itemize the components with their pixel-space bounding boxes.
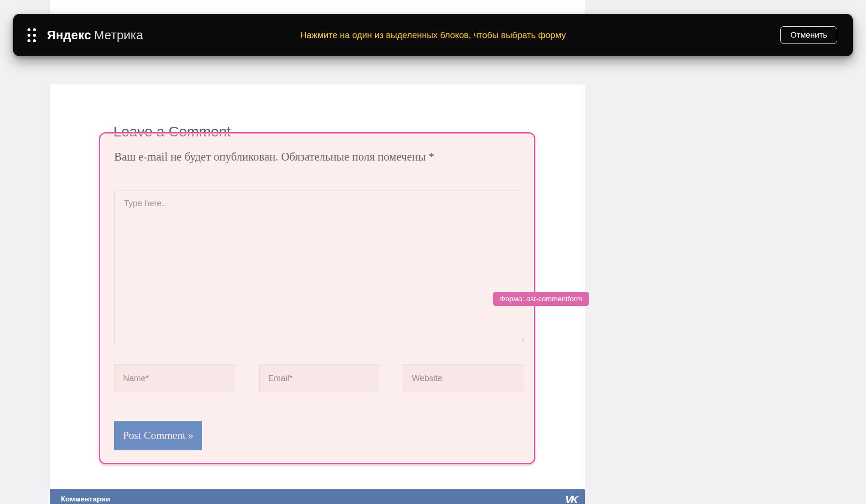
logo-secondary: Метрика (94, 28, 143, 42)
form-name-badge: Форма: ast-commentform (493, 292, 589, 306)
metrika-selector-bar: ЯндексМетрика Нажмите на один из выделен… (13, 14, 853, 56)
selector-instruction-message: Нажмите на один из выделенных блоков, чт… (300, 30, 566, 40)
form-highlight-overlay[interactable] (99, 132, 535, 464)
page-content: Leave a Comment Ваш e-mail не будет опуб… (50, 84, 585, 504)
drag-handle-icon[interactable] (27, 28, 36, 42)
logo-primary: Яндекс (47, 28, 91, 42)
page-header-strip (50, 0, 585, 15)
vk-logo-icon: VK (565, 493, 578, 504)
comments-title: Комментарии (61, 495, 110, 504)
cancel-button[interactable]: Отменить (780, 26, 837, 44)
vk-comments-bar: Комментарии VK (50, 489, 585, 504)
yandex-metrika-logo: ЯндексМетрика (47, 28, 143, 42)
